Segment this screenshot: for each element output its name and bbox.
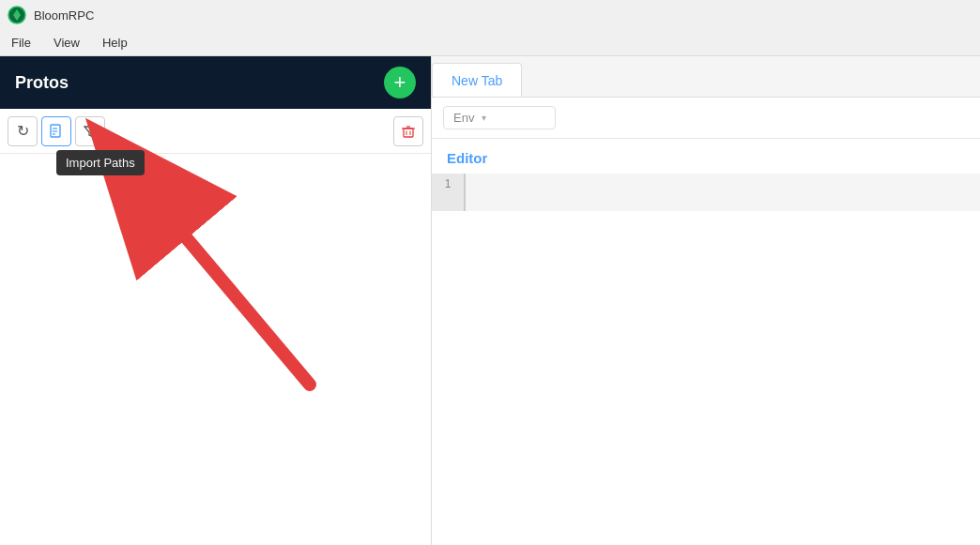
main-layout: Protos + ↻ [0,56,980,545]
protos-title: Protos [15,73,69,93]
filter-button[interactable] [75,116,105,146]
import-paths-button[interactable] [41,116,71,146]
content-area: New Tab Env ▾ Editor 1 [432,56,980,545]
refresh-icon: ↻ [17,122,29,140]
line-numbers: 1 [432,174,466,211]
editor-content: 1 [432,174,980,211]
refresh-button[interactable]: ↻ [8,116,38,146]
add-proto-button[interactable]: + [384,67,416,98]
title-bar: BloomRPC [0,0,980,30]
svg-rect-7 [404,129,413,137]
import-paths-tooltip: Import Paths [56,150,145,175]
sidebar-toolbar: ↻ [0,109,431,154]
editor-label: Editor [432,150,980,174]
app-title: BloomRPC [34,8,94,23]
menu-view[interactable]: View [50,34,84,52]
content-toolbar: Env ▾ [432,98,980,139]
svg-line-12 [136,178,310,385]
tab-new-tab[interactable]: New Tab [432,63,522,97]
line-number-1: 1 [445,177,452,190]
menu-bar: File View Help [0,30,980,56]
tabs-bar: New Tab [432,56,980,98]
menu-help[interactable]: Help [99,34,131,52]
env-select-label: Env [453,111,474,125]
protos-header: Protos + [0,56,431,109]
editor-text-area[interactable] [466,174,980,211]
menu-file[interactable]: File [8,34,35,52]
delete-icon [401,124,416,139]
delete-button[interactable] [393,116,423,146]
editor-area: Editor 1 [432,139,980,545]
env-select[interactable]: Env ▾ [443,106,556,129]
sidebar: Protos + ↻ [0,56,432,545]
chevron-down-icon: ▾ [482,113,486,123]
import-paths-icon [49,124,64,139]
app-logo-icon [8,6,26,24]
filter-icon [83,124,98,139]
